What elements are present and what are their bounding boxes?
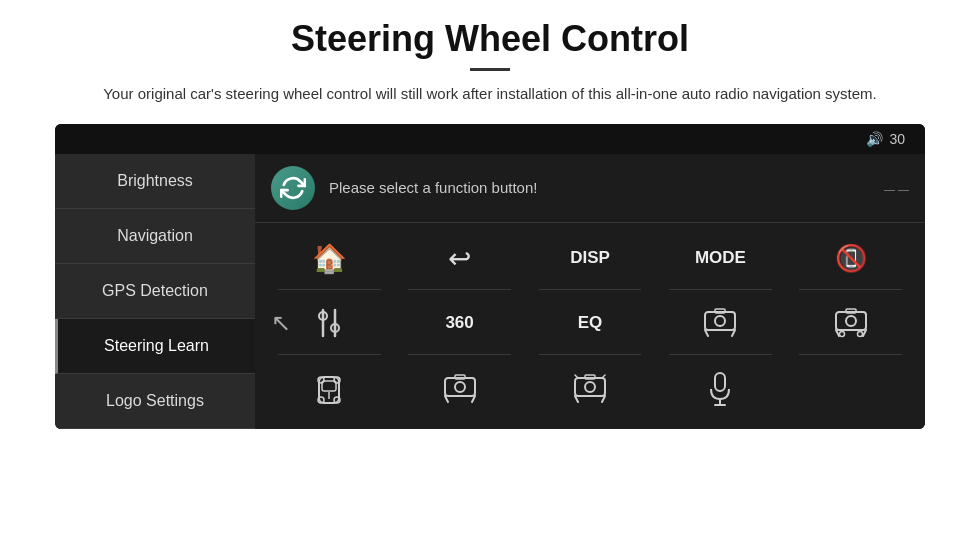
btn-mic[interactable] [656,357,784,420]
volume-icon: 🔊 [866,131,883,147]
btn-home[interactable]: 🏠 [265,227,393,290]
btn-phone-off[interactable]: 📵 [787,227,915,290]
btn-360[interactable]: 360 [395,292,523,355]
mode-label: MODE [695,248,746,268]
topright-icon: — — [884,183,909,195]
sidebar-item-steering-learn[interactable]: Steering Learn [55,319,255,374]
function-bar: Please select a function button! — — [255,154,925,223]
svg-point-14 [839,332,844,337]
screen-body: Brightness Navigation GPS Detection Stee… [55,154,925,429]
page-subtitle: Your original car's steering wheel contr… [103,83,877,106]
btn-mode[interactable]: MODE [656,227,784,290]
phone-off-icon: 📵 [835,243,867,274]
svg-point-10 [846,316,856,326]
svg-point-15 [857,332,862,337]
car-angle-icon [573,374,607,404]
svg-point-5 [715,316,725,326]
btn-cam-front[interactable] [656,292,784,355]
eq-label: EQ [578,313,603,333]
btn-car3[interactable] [526,357,654,420]
sidebar-item-navigation[interactable]: Navigation [55,209,255,264]
car-screen: 🔊 30 Brightness Navigation GPS Detection… [55,124,925,429]
title-divider [470,68,510,71]
svg-point-24 [455,382,465,392]
car-side-icon [443,374,477,404]
sidebar-item-gps-detection[interactable]: GPS Detection [55,264,255,319]
function-prompt: Please select a function button! [329,179,537,196]
svg-rect-9 [836,312,866,330]
btn-car2[interactable] [395,357,523,420]
cursor-icon: ↖ [271,309,291,337]
svg-rect-35 [715,373,725,391]
refresh-button[interactable] [271,166,315,210]
main-content: Please select a function button! — — 🏠 ↩… [255,154,925,429]
mic-icon [708,371,732,407]
page-title: Steering Wheel Control [291,18,689,60]
svg-line-33 [575,375,578,378]
360-label: 360 [445,313,473,333]
btn-back[interactable]: ↩ [395,227,523,290]
svg-rect-17 [322,381,336,391]
btn-cam-rear[interactable] [787,292,915,355]
home-icon: 🏠 [312,242,347,275]
sidebar-item-brightness[interactable]: Brightness [55,154,255,209]
car-top-icon [314,371,344,407]
svg-point-29 [585,382,595,392]
btn-disp[interactable]: DISP [526,227,654,290]
btn-car1[interactable] [265,357,393,420]
svg-rect-28 [575,378,605,396]
back-icon: ↩ [448,242,471,275]
sidebar: Brightness Navigation GPS Detection Stee… [55,154,255,429]
svg-rect-23 [445,378,475,396]
volume-number: 30 [889,131,905,147]
sidebar-item-logo-settings[interactable]: Logo Settings [55,374,255,429]
cam-rear-icon [834,308,868,338]
sliders-icon [315,306,343,340]
svg-rect-4 [705,312,735,330]
btn-audio-eq[interactable]: ↖ [265,292,393,355]
btn-eq[interactable]: EQ [526,292,654,355]
disp-label: DISP [570,248,610,268]
cam-front-icon [703,308,737,338]
btn-empty [787,357,915,420]
button-grid: 🏠 ↩ DISP MODE 📵 ↖ [255,223,925,429]
svg-line-34 [602,375,605,378]
screen-topbar: 🔊 30 [55,124,925,154]
topright-area: — — [884,179,909,197]
